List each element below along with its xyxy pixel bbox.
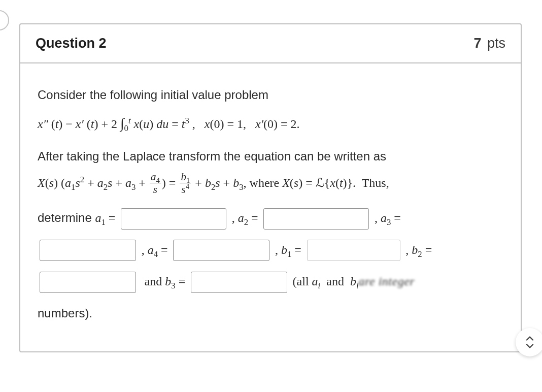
tail-text: (all ai and biare integer: [293, 275, 415, 288]
input-a4[interactable]: [173, 240, 269, 261]
question-title: Question 2: [36, 36, 107, 51]
floating-action-button[interactable]: [516, 328, 542, 356]
input-a3[interactable]: [40, 240, 136, 261]
question-points: 7 pts: [473, 36, 505, 51]
laplace-equation: X(s) (a1s2 + a2s + a3 + a4s) = b1s4 + b2…: [38, 172, 503, 196]
input-b2[interactable]: [40, 272, 136, 293]
a4-label: , a4 =: [142, 243, 168, 256]
b2-label: , b2 =: [405, 243, 432, 256]
points-number: 7: [473, 36, 481, 51]
numbers-tail: numbers).: [38, 306, 92, 320]
a3-label: , a3 =: [375, 211, 401, 224]
input-b3[interactable]: [191, 272, 287, 293]
input-b1[interactable]: [307, 240, 400, 261]
after-text: After taking the Laplace transform the e…: [38, 145, 503, 167]
left-page-curve: [0, 10, 9, 30]
chevron-up-down-icon: [525, 336, 534, 348]
input-a1[interactable]: [121, 208, 226, 230]
question-header: Question 2 7 pts: [20, 24, 521, 63]
answer-flow: determine a1 = , a2 = , a3 = , a4 = , b1…: [38, 202, 503, 329]
ivp-equation: x″ (t) − x′ (t) + 2 ∫0t x(u) du = t3 , x…: [38, 111, 503, 136]
question-card: Question 2 7 pts Consider the following …: [19, 23, 522, 352]
intro-text: Consider the following initial value pro…: [38, 84, 503, 106]
a2-label: , a2 =: [232, 211, 258, 224]
question-body: Consider the following initial value pro…: [20, 63, 521, 351]
input-a2[interactable]: [263, 208, 369, 230]
b1-label: , b1 =: [275, 243, 301, 256]
determine-label: determine a1 =: [38, 211, 115, 224]
b3-label: and b3 =: [142, 275, 186, 288]
points-unit: pts: [487, 36, 505, 51]
blurred-text: are integer: [359, 266, 415, 297]
